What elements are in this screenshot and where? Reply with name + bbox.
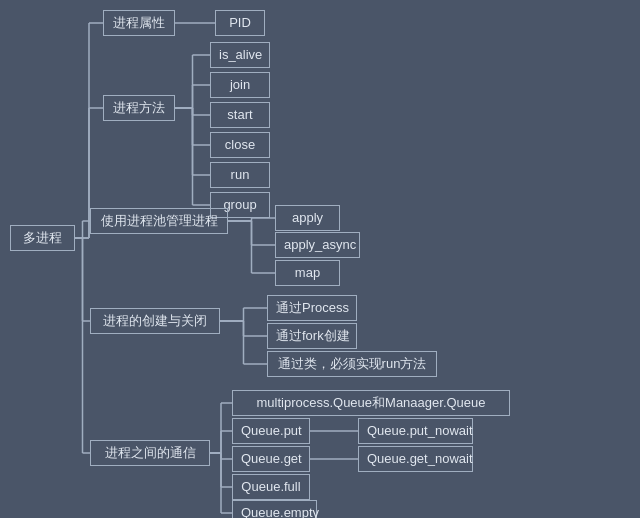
node-join: join [210,72,270,98]
node-map: map [275,260,340,286]
node-is_alive: is_alive [210,42,270,68]
node-apply: apply [275,205,340,231]
node-queue_get: Queue.get [232,446,310,472]
node-pool_manage: 使用进程池管理进程 [90,208,228,234]
node-via_fork: 通过fork创建 [267,323,357,349]
node-close: close [210,132,270,158]
node-mq: multiprocess.Queue和Manaager.Queue [232,390,510,416]
node-ipc: 进程之间的通信 [90,440,210,466]
node-pid: PID [215,10,265,36]
node-queue_get_nowait: Queue.get_nowait [358,446,473,472]
node-queue_put_nowait: Queue.put_nowait [358,418,473,444]
node-root: 多进程 [10,225,75,251]
node-run: run [210,162,270,188]
node-process_method: 进程方法 [103,95,175,121]
node-start: start [210,102,270,128]
node-create_close: 进程的创建与关闭 [90,308,220,334]
node-apply_async: apply_async [275,232,360,258]
node-via_class: 通过类，必须实现run方法 [267,351,437,377]
node-process_attr: 进程属性 [103,10,175,36]
node-via_process: 通过Process [267,295,357,321]
node-queue_full: Queue.full [232,474,310,500]
node-queue_put: Queue.put [232,418,310,444]
node-queue_empty: Queue.empty [232,500,317,518]
mind-map: 多进程进程属性PID进程方法is_alivejoinstartcloserung… [0,0,640,518]
